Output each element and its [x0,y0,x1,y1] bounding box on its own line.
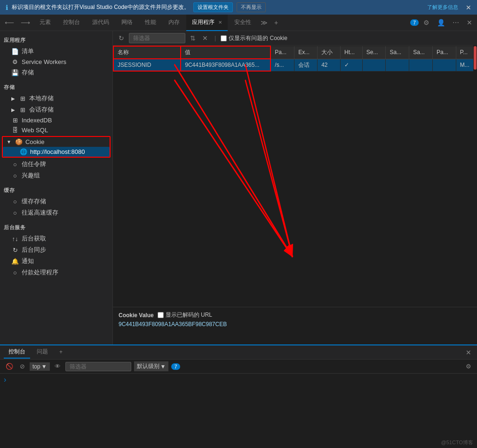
cookie-table-wrapper: 名称 值 Pa... Ex... 大小 Ht... Se... Sa... Sa… [113,46,477,307]
context-dropdown-icon: ▼ [41,363,47,370]
watermark: @51CTO博客 [441,439,473,446]
tab-console[interactable]: 控制台 [57,15,86,31]
cookie-value-header: Cookie Value 显示已解码的 URL [119,311,471,319]
tab-security[interactable]: 安全性 [229,15,257,31]
sidebar-item-cookie-localhost[interactable]: 🌐 http://localhost:8080 [3,147,110,157]
tab-application[interactable]: 应用程序 ✕ [186,15,228,31]
col-header-name: 名称 [113,46,181,59]
context-selector[interactable]: top ▼ [30,362,50,371]
expand-arrow-icon2: ▶ [11,107,15,112]
add-panel-icon[interactable]: + [55,347,67,358]
tab-memory[interactable]: 内存 [163,15,185,31]
clear-console-icon[interactable]: 🚫 [4,362,15,371]
sidebar-item-payment-handler[interactable]: ○ 付款处理程序 [0,267,112,278]
console-content: › [0,374,477,448]
tab-performance[interactable]: 性能 [139,15,162,31]
show-issues-label[interactable]: 仅显示有问题的 Cookie [221,34,287,42]
info-icon: ℹ [6,4,8,11]
sidebar-item-back-forward-cache[interactable]: ○ 往返高速缓存 [0,207,112,218]
tab-bar-actions: 7 ⚙ 👤 ⋯ ✕ [410,17,475,28]
sidebar-item-notifications[interactable]: 🔔 通知 [0,256,112,267]
bottom-panel-actions: ✕ [464,348,473,357]
cache-storage-icon: ○ [11,198,19,205]
nav-forward-icon[interactable]: ⟶ [18,17,33,28]
notification-close-icon[interactable]: ✕ [466,4,471,11]
expand-arrow-icon: ▶ [11,96,15,101]
cookie-value-text: 9C441B493F8098A1AA365BF98C987CEB [119,321,471,328]
cell-partition [432,59,456,71]
tab-elements[interactable]: 元素 [34,15,56,31]
settings-icon[interactable]: ⚙ [421,17,432,28]
add-tab-icon[interactable]: + [271,17,281,28]
tab-bar: ⟵ ⟶ 元素 控制台 源代码 网络 性能 内存 应用程序 ✕ 安全性 ≫ + 7… [0,15,477,31]
more-tabs-icon[interactable]: ≫ [258,17,270,28]
cookie-expand-arrow-icon: ▼ [7,139,11,144]
user-icon[interactable]: 👤 [434,17,448,28]
sidebar-item-interest-groups[interactable]: ○ 兴趣组 [0,170,112,181]
show-sidebar-icon[interactable]: 👁 [53,362,63,371]
cookie-toolbar: ↻ ⇅ ✕ | 仅显示有问题的 Cookie [113,31,477,46]
refresh-icon[interactable]: ↻ [117,33,126,43]
sidebar-item-session-storage[interactable]: ▶ ⊞ 会话存储 [0,104,112,115]
tab-network[interactable]: 网络 [116,15,138,31]
cell-expires: 会话 [294,59,318,71]
sidebar-item-bg-sync[interactable]: ↻ 后台同步 [0,244,112,256]
close-devtools-icon[interactable]: ✕ [464,17,475,28]
console-settings-icon[interactable]: ⚙ [464,362,473,371]
sidebar-item-cache-storage[interactable]: ○ 缓存存储 [0,196,112,207]
stop-recording-icon[interactable]: ⊘ [18,362,27,371]
cell-name: JSESSIONID [113,59,181,71]
learn-more-link[interactable]: 了解更多信息 [427,4,458,11]
sidebar-item-cookie[interactable]: ▼ 🍪 Cookie [3,137,110,147]
sidebar-item-local-storage[interactable]: ▶ ⊞ 本地存储 [0,93,112,104]
trust-tokens-icon: ○ [11,161,19,168]
col-header-partition: Pa... [432,46,456,59]
col-header-value: 值 [181,46,270,59]
bottom-panel: 控制台 问题 + ✕ 🚫 ⊘ top ▼ 👁 默认级别 ▼ 7 ⚙ › [0,344,477,448]
sidebar-item-manifest[interactable]: 📄 清单 [0,46,112,57]
sidebar-section-cache: 缓存 [0,181,112,196]
clear-filter-icon[interactable]: ✕ [200,33,210,43]
scrollbar-track[interactable] [473,45,477,307]
console-filter-input[interactable] [65,362,131,371]
cell-value: 9C441B493F8098A1AA365... [181,59,270,71]
main-area: 应用程序 📄 清单 ⚙ Service Workers 💾 存储 存储 ▶ ⊞ … [0,31,477,344]
console-badge: 7 [171,363,180,370]
sidebar-item-indexeddb[interactable]: ⊞ IndexedDB [0,115,112,125]
notification-text: 标识项目的根文件夹以打开Visual Studio Code中的源文件并同步更改… [12,3,190,11]
decode-url-checkbox[interactable] [158,312,164,318]
decode-url-label[interactable]: 显示已解码的 URL [158,311,212,319]
sidebar-item-service-workers[interactable]: ⚙ Service Workers [0,57,112,67]
col-header-secure: Se... [362,46,386,59]
sidebar-item-websql[interactable]: 🗄 Web SQL [0,125,112,135]
console-prompt: › [4,376,473,384]
sidebar-item-storage[interactable]: 💾 存储 [0,67,112,78]
sidebar-section-storage: 存储 [0,78,112,93]
log-level-selector[interactable]: 默认级别 ▼ [134,361,169,371]
session-storage-grid-icon: ⊞ [19,106,26,113]
sidebar: 应用程序 📄 清单 ⚙ Service Workers 💾 存储 存储 ▶ ⊞ … [0,31,113,344]
nav-back-icon[interactable]: ⟵ [2,17,17,28]
show-issues-checkbox[interactable] [221,35,227,41]
error-badge: 7 [410,19,419,26]
table-row[interactable]: JSESSIONID 9C441B493F8098A1AA365... /s..… [113,59,477,71]
websql-icon: 🗄 [11,127,19,134]
tab-close-icon[interactable]: ✕ [218,20,222,25]
filter-sort-icon[interactable]: ⇅ [188,33,198,43]
bg-fetch-icon: ↑↓ [11,235,19,242]
more-options-icon[interactable]: ⋯ [450,17,462,28]
sidebar-item-bg-fetch[interactable]: ↑↓ 后台获取 [0,233,112,244]
col-header-size: 大小 [318,46,341,59]
tab-sources[interactable]: 源代码 [87,15,115,31]
bottom-tab-issues[interactable]: 问题 [32,346,53,359]
close-bottom-panel-icon[interactable]: ✕ [464,348,473,357]
cookie-value-panel: Cookie Value 显示已解码的 URL 9C441B493F8098A1… [113,307,477,344]
set-root-button[interactable]: 设置根文件夹 [193,2,233,12]
bottom-tab-console[interactable]: 控制台 [4,346,30,359]
manifest-icon: 📄 [11,48,19,55]
cookie-filter-input[interactable] [129,33,185,43]
scrollbar-thumb[interactable] [474,46,477,70]
sidebar-item-trust-tokens[interactable]: ○ 信任令牌 [0,159,112,170]
sidebar-section-app: 应用程序 [0,31,112,46]
dismiss-button[interactable]: 不再显示 [237,2,266,12]
